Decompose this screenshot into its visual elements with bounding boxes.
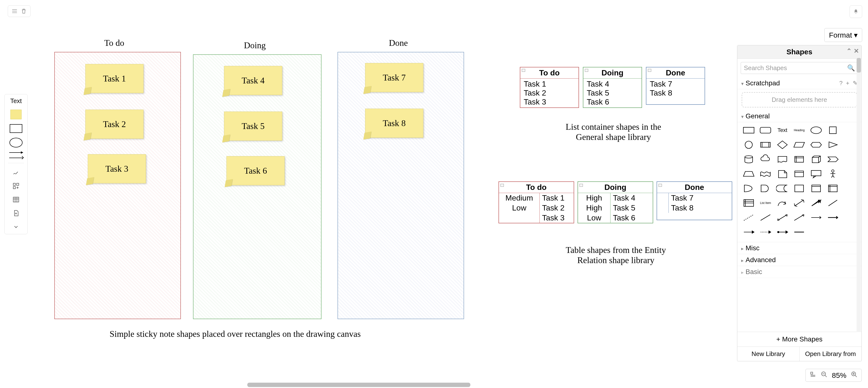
scrollbar-thumb[interactable]: [857, 58, 861, 72]
add-icon[interactable]: +: [846, 80, 849, 87]
shape-connector3[interactable]: [742, 227, 756, 238]
shape-document[interactable]: [775, 154, 789, 165]
shape-container2[interactable]: [809, 183, 823, 194]
shape-connector5[interactable]: [775, 227, 789, 238]
shape-ellipse[interactable]: [809, 125, 823, 136]
more-shapes-button[interactable]: + More Shapes: [737, 332, 862, 347]
section-basic[interactable]: ▸Basic: [737, 266, 862, 278]
tablebox-title: Done: [685, 183, 704, 191]
shape-cube[interactable]: [809, 154, 823, 165]
shape-text[interactable]: Text: [775, 125, 789, 136]
shape-blank[interactable]: [843, 125, 857, 136]
svg-point-8: [745, 141, 752, 148]
shape-connector1[interactable]: [809, 212, 823, 223]
svg-point-13: [832, 170, 834, 172]
shape-hexagon[interactable]: [809, 139, 823, 150]
horizontal-scrollbar[interactable]: [0, 382, 868, 388]
shape-or[interactable]: [758, 183, 772, 194]
tablebox-doing[interactable]: Doing HighTask 4 HighTask 5 LowTask 6: [578, 181, 653, 223]
section-misc[interactable]: ▸Misc: [737, 242, 862, 254]
sticky-task4[interactable]: Task 4: [224, 66, 282, 95]
shape-diamond[interactable]: [775, 139, 789, 150]
shape-connector4[interactable]: [758, 227, 772, 238]
shape-internal-storage[interactable]: [792, 154, 806, 165]
listbox-title: To do: [539, 68, 560, 77]
collapse-icon[interactable]: ⌃: [846, 47, 852, 55]
scratchpad-dropzone[interactable]: Drag elements here: [742, 92, 857, 108]
outline-icon[interactable]: [810, 371, 816, 380]
sticky-task6[interactable]: Task 6: [226, 156, 285, 185]
sticky-task2[interactable]: Task 2: [85, 110, 144, 139]
shape-rounded-rectangle[interactable]: [758, 125, 772, 136]
shape-dashed-line[interactable]: [742, 212, 756, 223]
section-label: Basic: [746, 268, 762, 275]
shape-list[interactable]: [742, 198, 756, 209]
shape-blank6[interactable]: [843, 198, 857, 209]
shape-triangle[interactable]: [826, 139, 840, 150]
shape-blank5[interactable]: [843, 183, 857, 194]
shape-step[interactable]: [826, 154, 840, 165]
shape-data-store[interactable]: [775, 183, 789, 194]
shape-container[interactable]: [792, 183, 806, 194]
shape-tape[interactable]: [758, 168, 772, 179]
shape-connector6[interactable]: [792, 227, 806, 238]
zoom-in-icon[interactable]: [851, 371, 858, 380]
shape-trapezoid[interactable]: [742, 168, 756, 179]
shape-blank7[interactable]: [843, 212, 857, 223]
sticky-task5[interactable]: Task 5: [224, 112, 282, 141]
close-icon[interactable]: ✕: [854, 47, 859, 55]
new-library-button[interactable]: New Library: [737, 347, 800, 361]
shape-callout[interactable]: [809, 168, 823, 179]
shape-line[interactable]: [758, 212, 772, 223]
listbox-doing[interactable]: Doing Task 4 Task 5 Task 6: [583, 67, 642, 108]
scrollbar-thumb[interactable]: [247, 383, 470, 387]
svg-rect-12: [811, 171, 821, 176]
table-cell: Task 2: [539, 203, 574, 213]
open-library-button[interactable]: Open Library from: [800, 347, 862, 361]
tablebox-done[interactable]: Done Task 7 Task 8: [657, 181, 732, 220]
section-general[interactable]: ▾General: [737, 110, 862, 122]
shape-line-thin[interactable]: [826, 198, 840, 209]
shape-arrow-line[interactable]: [792, 212, 806, 223]
shape-and[interactable]: [742, 183, 756, 194]
shape-connector2[interactable]: [826, 212, 840, 223]
shape-blank2[interactable]: [843, 139, 857, 150]
shape-blank4[interactable]: [843, 168, 857, 179]
triangle-down-icon: ▾: [741, 114, 744, 119]
listbox-done[interactable]: Done Task 7 Task 8: [646, 67, 705, 105]
section-advanced[interactable]: ▸Advanced: [737, 254, 862, 266]
shape-card[interactable]: [792, 168, 806, 179]
shape-container3[interactable]: [826, 183, 840, 194]
shape-curve-arrow[interactable]: [775, 198, 789, 209]
shape-circle[interactable]: [742, 139, 756, 150]
zoom-percent[interactable]: 85%: [832, 371, 846, 380]
shape-rectangle[interactable]: [742, 125, 756, 136]
shapes-search-input[interactable]: Search Shapes 🔍: [741, 62, 858, 74]
listbox-todo[interactable]: To do Task 1 Task 2 Task 3: [520, 67, 579, 108]
shape-actor[interactable]: [826, 168, 840, 179]
table-cell: Task 6: [610, 213, 653, 223]
shape-cloud[interactable]: [758, 154, 772, 165]
shape-arrow[interactable]: [809, 198, 823, 209]
section-scratchpad[interactable]: ▾Scratchpad ? + ✎: [737, 77, 862, 89]
sticky-task1[interactable]: Task 1: [85, 64, 144, 93]
help-icon[interactable]: ?: [839, 80, 842, 87]
shape-process[interactable]: [758, 139, 772, 150]
shape-heading[interactable]: Heading: [792, 125, 806, 136]
sticky-task8[interactable]: Task 8: [365, 109, 423, 138]
shape-blank3[interactable]: [843, 154, 857, 165]
shape-bidir-arrow[interactable]: [792, 198, 806, 209]
zoom-out-icon[interactable]: [821, 371, 828, 380]
sticky-task3[interactable]: Task 3: [88, 154, 146, 183]
shape-cylinder[interactable]: [742, 154, 756, 165]
shape-list-item[interactable]: List Item: [758, 198, 772, 209]
tablebox-todo[interactable]: To do MediumTask 1 LowTask 2 Task 3: [498, 181, 574, 223]
section-label: Misc: [746, 244, 760, 252]
shape-parallelogram[interactable]: [792, 139, 806, 150]
panel-scrollbar[interactable]: [857, 57, 861, 332]
shape-bidir-line[interactable]: [775, 212, 789, 223]
shape-square[interactable]: [826, 125, 840, 136]
sticky-task7[interactable]: Task 7: [365, 63, 423, 92]
shape-note[interactable]: [775, 168, 789, 179]
table-cell: Medium: [499, 193, 539, 203]
